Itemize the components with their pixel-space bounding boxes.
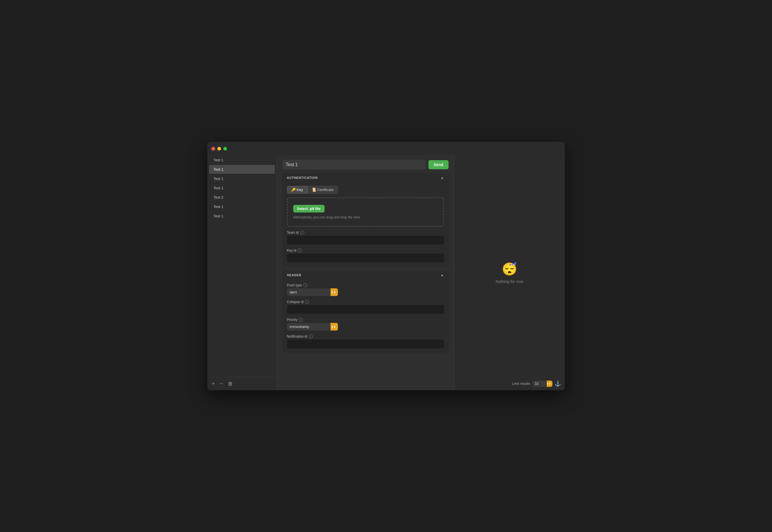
- remove-button[interactable]: −: [219, 380, 224, 387]
- sidebar: Test 1 Test 1 Test 1 Test 1 Test 2 Test …: [207, 155, 277, 390]
- main-area: Test 1 Test 1 Test 1 Test 1 Test 2 Test …: [207, 155, 565, 390]
- authentication-body: 🔑 Key 📜 Certificate Select .p8 file Alte…: [282, 183, 449, 267]
- limit-select[interactable]: 10 25 50 100: [533, 381, 552, 387]
- notification-id-label: Notification id i: [287, 334, 444, 338]
- top-bar: Send: [282, 160, 449, 170]
- anchor-icon: ⚓: [555, 381, 561, 387]
- key-id-field-group: Key id i: [287, 248, 444, 262]
- notification-id-field-group: Notification id i: [287, 334, 444, 348]
- team-id-field-group: Team id i: [287, 231, 444, 244]
- notification-id-input[interactable]: [287, 340, 444, 348]
- header-section: HEADER ▲ Push type i alert backgrou: [282, 270, 449, 353]
- sidebar-item-2[interactable]: Test 1: [209, 174, 275, 183]
- right-footer: Limit results 10 25 50 100 ⬆⬇ ⚓: [454, 381, 565, 387]
- key-id-info-icon[interactable]: i: [298, 248, 302, 252]
- collapse-id-input[interactable]: [287, 305, 444, 314]
- priority-label: Priority i: [287, 318, 444, 322]
- add-button[interactable]: +: [211, 380, 216, 387]
- priority-field-group: Priority i immediately conserve power co…: [287, 318, 444, 331]
- minimize-button[interactable]: [217, 147, 221, 151]
- push-type-select-wrapper: alert background voip complication filep…: [287, 288, 338, 296]
- center-panel: Send AUTHENTICATION ▲ 🔑 Key 📜 Certificat…: [277, 155, 454, 390]
- auth-tab-key[interactable]: 🔑 Key: [287, 186, 307, 194]
- team-id-info-icon[interactable]: i: [300, 231, 304, 235]
- sidebar-footer: + − ⊞: [207, 377, 276, 390]
- title-bar: [207, 142, 565, 155]
- sleep-icon: 😴: [502, 262, 517, 276]
- authentication-title: AUTHENTICATION: [287, 176, 318, 179]
- title-input[interactable]: [282, 160, 426, 170]
- header-section-title: HEADER: [287, 273, 302, 277]
- auth-tabs: 🔑 Key 📜 Certificate: [287, 186, 444, 194]
- sidebar-item-6[interactable]: Test 1: [209, 212, 275, 220]
- collapse-id-label: Collapse id i: [287, 300, 444, 304]
- authentication-header[interactable]: AUTHENTICATION ▲: [282, 173, 449, 183]
- nothing-container: 😴 Nothing for now: [496, 262, 523, 284]
- nothing-text: Nothing for now: [496, 279, 523, 284]
- team-id-label: Team id i: [287, 231, 444, 235]
- sidebar-item-1[interactable]: Test 1: [209, 165, 275, 174]
- push-type-label: Push type i: [287, 283, 444, 287]
- sidebar-item-0[interactable]: Test 1: [209, 156, 275, 164]
- sidebar-item-4[interactable]: Test 2: [209, 193, 275, 202]
- drop-hint: Alternatively, you can drag and drop fil…: [293, 215, 360, 219]
- push-type-field-group: Push type i alert background voip compli…: [287, 283, 444, 296]
- priority-select[interactable]: immediately conserve power consider devi…: [287, 323, 338, 331]
- notification-id-info-icon[interactable]: i: [309, 334, 313, 338]
- app-window: Test 1 Test 1 Test 1 Test 1 Test 2 Test …: [207, 142, 565, 390]
- limit-select-wrapper: 10 25 50 100 ⬆⬇: [533, 381, 552, 387]
- collapse-id-field-group: Collapse id i: [287, 300, 444, 314]
- file-drop-area[interactable]: Select .p8 file Alternatively, you can d…: [287, 198, 444, 227]
- sidebar-item-3[interactable]: Test 1: [209, 184, 275, 192]
- priority-info-icon[interactable]: i: [299, 318, 303, 322]
- authentication-section: AUTHENTICATION ▲ 🔑 Key 📜 Certificate Sel…: [282, 173, 449, 267]
- maximize-button[interactable]: [223, 147, 227, 151]
- header-section-toggle-icon: ▲: [441, 273, 444, 277]
- header-section-header[interactable]: HEADER ▲: [282, 270, 449, 280]
- authentication-toggle-icon: ▲: [441, 176, 444, 180]
- send-button[interactable]: Send: [428, 160, 448, 169]
- push-type-info-icon[interactable]: i: [303, 283, 307, 287]
- team-id-input[interactable]: [287, 236, 444, 244]
- settings-button[interactable]: ⊞: [227, 380, 233, 387]
- close-button[interactable]: [211, 147, 215, 151]
- key-id-input[interactable]: [287, 254, 444, 262]
- collapse-id-info-icon[interactable]: i: [305, 300, 309, 304]
- auth-tab-certificate[interactable]: 📜 Certificate: [307, 186, 338, 194]
- sidebar-item-5[interactable]: Test 1: [209, 202, 275, 211]
- right-panel: 😴 Nothing for now Limit results 10 25 50…: [454, 155, 565, 390]
- select-file-button[interactable]: Select .p8 file: [293, 205, 325, 213]
- header-section-body: Push type i alert background voip compli…: [282, 280, 449, 353]
- limit-results-label: Limit results: [512, 382, 530, 386]
- priority-select-wrapper: immediately conserve power consider devi…: [287, 323, 338, 331]
- key-id-label: Key id i: [287, 248, 444, 252]
- push-type-select[interactable]: alert background voip complication filep…: [287, 288, 338, 296]
